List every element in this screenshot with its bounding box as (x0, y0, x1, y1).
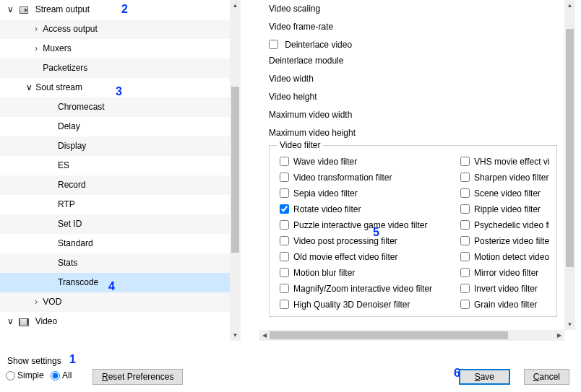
checkbox-input[interactable] (280, 284, 289, 293)
checkbox-input[interactable] (460, 173, 470, 182)
checkbox-input[interactable] (280, 188, 289, 198)
radio-label: All (62, 370, 72, 380)
radio-input[interactable] (51, 371, 60, 380)
scrollbar-thumb[interactable] (231, 87, 239, 253)
settings-tree[interactable]: ∨ Stream output › Access output › Muxers… (0, 0, 230, 341)
tree-label: Standard (58, 238, 93, 248)
checkbox-input[interactable] (460, 220, 470, 230)
scroll-down-icon[interactable]: ▼ (230, 330, 241, 341)
scroll-left-icon[interactable]: ◀ (259, 330, 270, 341)
tree-item-packetizers[interactable]: › Packetizers (0, 58, 230, 78)
tree-item-transcode[interactable]: Transcode (0, 273, 230, 292)
checkbox-input[interactable] (280, 300, 289, 309)
detail-vertical-scrollbar[interactable]: ▲ ▼ (564, 0, 575, 330)
scrollbar-thumb[interactable] (566, 29, 574, 267)
checkbox-input[interactable] (280, 204, 289, 214)
tree-item-stream-output[interactable]: ∨ Stream output (0, 0, 230, 19)
checkbox-input[interactable] (460, 188, 470, 198)
tree-item-sout-stream[interactable]: ∨ Sout stream (0, 78, 230, 97)
tree-item-stats[interactable]: Stats (0, 253, 230, 273)
tree-item-set-id[interactable]: Set ID (0, 214, 230, 234)
tree-item-video[interactable]: ∨ Video (0, 312, 230, 331)
filter-checkbox[interactable]: Motion blur filter (280, 264, 460, 280)
filter-checkbox[interactable]: Magnify/Zoom interactive video filter (280, 280, 460, 296)
filter-checkbox[interactable]: Invert video filter (460, 280, 549, 296)
tree-item-chromecast[interactable]: Chromecast (0, 97, 230, 117)
filter-checkbox[interactable]: Old movie effect video filter (280, 248, 460, 264)
save-button[interactable]: Save (459, 369, 510, 385)
chevron-right-icon[interactable]: › (32, 292, 40, 312)
checkbox-input[interactable] (269, 40, 278, 49)
chevron-down-icon[interactable]: ∨ (6, 312, 14, 331)
filter-checkbox[interactable]: Sharpen video filter (460, 169, 549, 185)
checkbox-input[interactable] (280, 157, 289, 166)
chevron-down-icon[interactable]: ∨ (25, 78, 33, 97)
radio-input[interactable] (6, 371, 15, 380)
checkbox-input[interactable] (280, 173, 289, 182)
detail-horizontal-scrollbar[interactable]: ◀ ▶ (259, 330, 564, 341)
checkbox-deinterlace-video[interactable]: Deinterlace video (269, 36, 564, 52)
scroll-down-icon[interactable]: ▼ (564, 319, 575, 330)
tree-label: Record (58, 180, 86, 190)
filter-checkbox[interactable]: Wave video filter (280, 153, 460, 169)
tree-label: RTP (58, 199, 75, 209)
tree-item-standard[interactable]: Standard (0, 234, 230, 253)
tree-item-record[interactable]: Record (0, 175, 230, 195)
scroll-up-icon[interactable]: ▲ (564, 0, 575, 11)
checkbox-input[interactable] (280, 236, 289, 245)
checkbox-input[interactable] (460, 236, 470, 245)
checkbox-input[interactable] (280, 220, 289, 230)
filter-checkbox[interactable]: Motion detect video filter (460, 248, 549, 264)
radio-simple[interactable]: Simple (6, 370, 44, 380)
label-video-height: Video height (269, 88, 564, 106)
tree-label: Video (35, 316, 57, 326)
scroll-up-icon[interactable]: ▲ (230, 0, 241, 11)
checkbox-input[interactable] (460, 204, 470, 214)
filter-checkbox[interactable]: Puzzle interactive game video filter (280, 217, 460, 232)
filter-checkbox[interactable]: VHS movie effect video filter (460, 153, 549, 169)
tree-item-display[interactable]: Display (0, 136, 230, 156)
checkbox-input[interactable] (460, 157, 470, 166)
chevron-down-icon[interactable]: ∨ (6, 0, 14, 19)
btn-text: ave (481, 372, 494, 382)
tree-label: Stream output (35, 4, 90, 14)
filter-checkbox[interactable]: Ripple video filter (460, 201, 549, 217)
filter-checkbox[interactable]: Sepia video filter (280, 185, 460, 201)
show-settings-label: Show settings (7, 356, 61, 366)
checkbox-input[interactable] (460, 284, 470, 293)
checkbox-label: Sharpen video filter (474, 173, 548, 183)
video-filter-group: Video filter Wave video filterVideo tran… (269, 145, 557, 317)
filter-checkbox[interactable]: Rotate video filter (280, 201, 460, 217)
tree-vertical-scrollbar[interactable]: ▲ ▼ (230, 0, 241, 341)
chevron-right-icon[interactable]: › (32, 39, 40, 58)
filter-checkbox[interactable]: Video post processing filter (280, 232, 460, 248)
tree-item-es[interactable]: ES (0, 156, 230, 175)
scroll-right-icon[interactable]: ▶ (554, 330, 564, 341)
checkbox-input[interactable] (460, 300, 470, 309)
filter-checkbox[interactable]: High Quality 3D Denoiser filter (280, 296, 460, 312)
filter-checkbox[interactable]: Scene video filter (460, 185, 549, 201)
tree-item-muxers[interactable]: › Muxers (0, 39, 230, 58)
checkbox-label: Grain video filter (474, 300, 537, 310)
cancel-button[interactable]: Cancel (524, 369, 569, 385)
checkbox-input[interactable] (280, 268, 289, 277)
settings-tree-panel: ∨ Stream output › Access output › Muxers… (0, 0, 241, 341)
checkbox-input[interactable] (280, 252, 289, 261)
checkbox-input[interactable] (460, 268, 470, 277)
filter-checkbox[interactable]: Psychedelic video filter (460, 217, 549, 232)
tree-item-vod[interactable]: › VOD (0, 292, 230, 312)
filter-checkbox[interactable]: Posterize video filter (460, 232, 549, 248)
tree-item-delay[interactable]: Delay (0, 117, 230, 136)
chevron-right-icon[interactable]: › (32, 19, 40, 39)
filter-checkbox[interactable]: Grain video filter (460, 296, 549, 312)
filter-checkbox[interactable]: Mirror video filter (460, 264, 549, 280)
scrollbar-thumb[interactable] (270, 331, 508, 339)
checkbox-label: Puzzle interactive game video filter (293, 220, 427, 230)
checkbox-input[interactable] (460, 252, 470, 261)
reset-preferences-button[interactable]: Reset Preferences (92, 369, 183, 385)
checkbox-label: VHS movie effect video filter (474, 157, 549, 167)
tree-item-rtp[interactable]: RTP (0, 195, 230, 214)
tree-item-access-output[interactable]: › Access output (0, 19, 230, 39)
radio-all[interactable]: All (51, 370, 72, 380)
filter-checkbox[interactable]: Video transformation filter (280, 169, 460, 185)
